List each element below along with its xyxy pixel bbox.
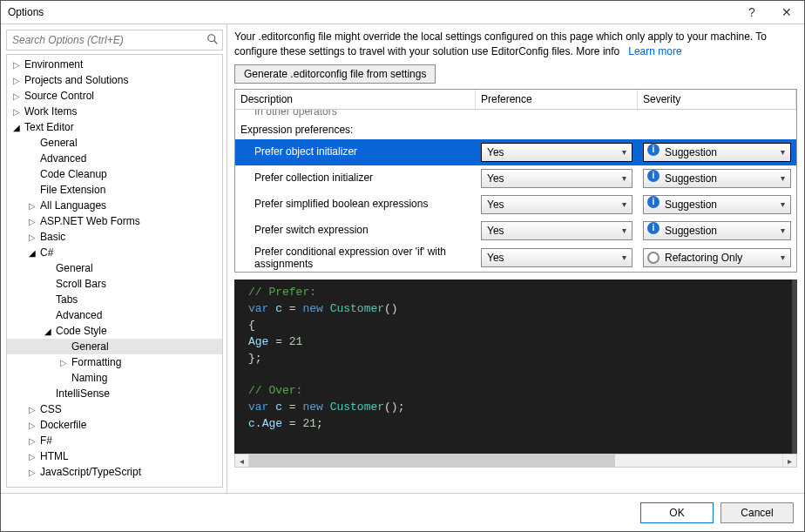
tree-item[interactable]: Code Cleanup <box>7 166 222 182</box>
generate-editorconfig-button[interactable]: Generate .editorconfig file from setting… <box>234 64 436 84</box>
svg-point-0 <box>208 35 215 42</box>
grid-body[interactable]: In other operatorsExpression preferences… <box>235 110 796 273</box>
horizontal-scrollbar[interactable]: ◂ ▸ <box>234 454 797 468</box>
tree-item[interactable]: ◢Text Editor <box>7 119 222 135</box>
tree-item[interactable]: General <box>7 339 222 354</box>
scroll-right-arrow-icon[interactable]: ▸ <box>782 455 796 467</box>
chevron-down-icon: ▾ <box>619 253 629 263</box>
tree-item[interactable]: Advanced <box>7 307 222 323</box>
tree-item[interactable]: ▷Source Control <box>7 88 222 104</box>
tree-item[interactable]: ◢C# <box>7 245 222 260</box>
preference-combo[interactable]: Yes▾ <box>481 221 632 240</box>
col-description[interactable]: Description <box>235 90 476 109</box>
expand-closed-icon[interactable]: ▷ <box>26 468 38 477</box>
info-icon: i <box>647 222 660 234</box>
preference-combo[interactable]: Yes▾ <box>481 195 632 214</box>
tree-item[interactable]: ▷Dockerfile <box>7 417 222 433</box>
tree-item-label: Naming <box>70 372 107 384</box>
chevron-down-icon: ▾ <box>619 173 629 184</box>
grid-row[interactable]: Prefer conditional expression over 'if' … <box>235 244 796 273</box>
tree-item-label: IntelliSense <box>54 387 110 400</box>
tree-item-label: Advanced <box>54 309 102 321</box>
tree-item[interactable]: ▷Projects and Solutions <box>7 72 222 88</box>
expand-closed-icon[interactable]: ▷ <box>26 232 38 242</box>
expand-closed-icon[interactable]: ▷ <box>26 201 38 211</box>
search-icon[interactable] <box>206 32 220 46</box>
expand-closed-icon[interactable]: ▷ <box>26 452 38 461</box>
titlebar: Options ? ✕ <box>1 1 804 24</box>
tree-item[interactable]: ▷Formatting <box>7 354 222 370</box>
tree-item-label: HTML <box>38 450 69 462</box>
chevron-down-icon: ▾ <box>777 253 788 263</box>
tree-item-label: General <box>70 340 109 353</box>
grid-group-header: Expression preferences: <box>235 118 796 139</box>
tree-item[interactable]: IntelliSense <box>7 386 222 401</box>
grid-row[interactable]: Prefer switch expressionYes▾iSuggestion▾ <box>235 218 796 244</box>
tree-item[interactable]: ▷Work Items <box>7 104 222 119</box>
tree-item-label: C# <box>38 246 53 259</box>
expand-closed-icon[interactable]: ▷ <box>10 107 23 117</box>
cancel-button[interactable]: Cancel <box>720 502 794 523</box>
row-description: Prefer collection initializer <box>235 172 476 184</box>
row-description: Prefer conditional expression over 'if' … <box>235 246 476 271</box>
tree-item[interactable]: ▷All Languages <box>7 198 222 213</box>
window-title: Options <box>8 6 734 18</box>
right-pane: Your .editorconfig file might override t… <box>227 24 804 493</box>
expand-closed-icon[interactable]: ▷ <box>26 217 38 226</box>
severity-combo[interactable]: iSuggestion▾ <box>643 169 791 188</box>
expand-closed-icon[interactable]: ▷ <box>58 358 70 367</box>
tree-item[interactable]: ▷Basic <box>7 229 222 245</box>
scroll-thumb[interactable] <box>249 455 615 467</box>
tree-item[interactable]: ◢Code Style <box>7 323 222 339</box>
col-preference[interactable]: Preference <box>476 90 638 109</box>
scroll-left-arrow-icon[interactable]: ◂ <box>235 455 249 467</box>
help-button[interactable]: ? <box>734 1 769 24</box>
tree-item[interactable]: General <box>7 260 222 276</box>
expand-open-icon[interactable]: ◢ <box>10 123 23 132</box>
tree-item-label: F# <box>38 434 52 447</box>
expand-closed-icon[interactable]: ▷ <box>10 91 23 101</box>
grid-row[interactable]: Prefer collection initializerYes▾iSugges… <box>235 165 796 192</box>
expand-closed-icon[interactable]: ▷ <box>10 60 23 70</box>
col-severity[interactable]: Severity <box>638 90 796 109</box>
expand-open-icon[interactable]: ◢ <box>26 248 38 258</box>
tree-item-label: General <box>54 262 93 274</box>
tree-item-label: Code Style <box>54 325 107 337</box>
expand-closed-icon[interactable]: ▷ <box>26 405 38 414</box>
severity-combo[interactable]: iSuggestion▾ <box>643 143 791 162</box>
expand-closed-icon[interactable]: ▷ <box>10 76 23 85</box>
tree-item[interactable]: ▷HTML <box>7 448 222 464</box>
chevron-down-icon: ▾ <box>619 226 629 236</box>
grid-row[interactable]: Prefer object initializerYes▾iSuggestion… <box>235 139 796 165</box>
search-input[interactable] <box>6 30 223 51</box>
close-button[interactable]: ✕ <box>769 1 804 24</box>
tree-item[interactable]: ▷JavaScript/TypeScript <box>7 464 222 480</box>
tree-item[interactable]: ▷Environment <box>7 57 222 72</box>
row-description: Prefer switch expression <box>235 224 476 236</box>
options-tree[interactable]: ▷Environment▷Projects and Solutions▷Sour… <box>6 54 223 488</box>
tree-item[interactable]: Naming <box>7 370 222 386</box>
grid-row[interactable]: Prefer simplified boolean expressionsYes… <box>235 192 796 218</box>
tree-item-label: General <box>38 137 78 149</box>
preference-combo[interactable]: Yes▾ <box>481 169 632 188</box>
preference-combo[interactable]: Yes▾ <box>481 248 632 267</box>
tree-item-label: File Extension <box>38 184 105 196</box>
tree-item[interactable]: General <box>7 135 222 151</box>
expand-closed-icon[interactable]: ▷ <box>26 436 38 446</box>
expand-open-icon[interactable]: ◢ <box>42 327 54 336</box>
tree-item[interactable]: ▷CSS <box>7 401 222 417</box>
preference-combo[interactable]: Yes▾ <box>481 143 632 162</box>
severity-combo[interactable]: Refactoring Only▾ <box>643 248 791 267</box>
tree-item-label: Dockerfile <box>38 419 86 431</box>
severity-combo[interactable]: iSuggestion▾ <box>643 221 791 240</box>
ok-button[interactable]: OK <box>640 502 714 523</box>
tree-item[interactable]: Advanced <box>7 151 222 166</box>
tree-item[interactable]: Scroll Bars <box>7 276 222 292</box>
tree-item[interactable]: Tabs <box>7 292 222 307</box>
tree-item[interactable]: ▷F# <box>7 433 222 448</box>
learn-more-link[interactable]: Learn more <box>628 45 681 57</box>
tree-item[interactable]: File Extension <box>7 182 222 198</box>
expand-closed-icon[interactable]: ▷ <box>26 421 38 430</box>
tree-item[interactable]: ▷ASP.NET Web Forms <box>7 213 222 229</box>
severity-combo[interactable]: iSuggestion▾ <box>643 195 791 214</box>
